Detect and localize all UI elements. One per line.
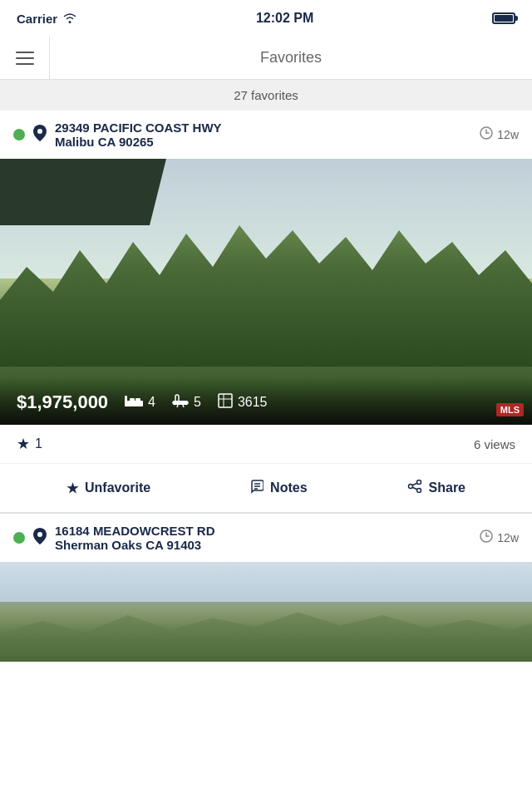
unfavorite-label: Unfavorite bbox=[85, 480, 150, 495]
listing-2-time-text: 12w bbox=[497, 531, 519, 544]
listing-2-pin-icon bbox=[33, 528, 47, 549]
svg-point-21 bbox=[37, 532, 42, 537]
status-left: Carrier bbox=[17, 12, 77, 26]
sqft-icon bbox=[218, 393, 233, 412]
baths-detail: 5 bbox=[172, 394, 201, 411]
property-overlay: $1,975,000 4 bbox=[0, 378, 532, 425]
notes-icon bbox=[250, 479, 264, 497]
svg-line-9 bbox=[183, 405, 184, 407]
listing-time-text: 12w bbox=[497, 128, 519, 141]
listing-2-address: 16184 MEADOWCREST RD Sherman Oaks CA 914… bbox=[55, 524, 471, 552]
star-number: 1 bbox=[35, 436, 42, 451]
svg-rect-10 bbox=[219, 394, 232, 407]
stats-row: ★ 1 6 views bbox=[0, 425, 532, 464]
svg-rect-6 bbox=[130, 398, 135, 402]
status-bar: Carrier 12:02 PM bbox=[0, 0, 532, 37]
hamburger-line-2 bbox=[16, 57, 34, 59]
roof-overhang bbox=[0, 159, 166, 225]
unfavorite-button[interactable]: ★ Unfavorite bbox=[60, 477, 157, 500]
nav-title: Favorites bbox=[50, 49, 532, 66]
listing-street: 29349 PACIFIC COAST HWY bbox=[55, 121, 471, 135]
pin-icon bbox=[33, 125, 47, 145]
listing-2-street: 16184 MEADOWCREST RD bbox=[55, 524, 471, 538]
notes-label: Notes bbox=[270, 480, 307, 495]
battery-icon bbox=[492, 12, 515, 24]
svg-point-18 bbox=[408, 485, 412, 489]
listing-time: 12w bbox=[480, 126, 519, 143]
listing-header[interactable]: 29349 PACIFIC COAST HWY Malibu CA 90265 … bbox=[0, 111, 532, 159]
listing-item: 29349 PACIFIC COAST HWY Malibu CA 90265 … bbox=[0, 111, 532, 513]
listing-address: 29349 PACIFIC COAST HWY Malibu CA 90265 bbox=[55, 121, 471, 149]
property-price: $1,975,000 bbox=[17, 392, 108, 413]
favorites-count-bar: 27 favorites bbox=[0, 80, 532, 111]
sqft-detail: 3615 bbox=[218, 393, 268, 412]
beds-detail: 4 bbox=[125, 394, 155, 411]
action-row: ★ Unfavorite Notes bbox=[0, 464, 532, 512]
star-count: ★ 1 bbox=[17, 435, 42, 453]
listing-2-city: Sherman Oaks CA 91403 bbox=[55, 538, 471, 552]
carrier-text: Carrier bbox=[17, 12, 57, 26]
listing-city: Malibu CA 90265 bbox=[55, 135, 471, 149]
svg-point-0 bbox=[37, 129, 42, 134]
views-text: 6 views bbox=[474, 437, 515, 451]
listing-2-sky bbox=[0, 562, 532, 602]
mls-badge: MLS bbox=[496, 403, 524, 416]
notes-button[interactable]: Notes bbox=[244, 475, 313, 500]
listing-item-2: 16184 MEADOWCREST RD Sherman Oaks CA 914… bbox=[0, 513, 532, 662]
listing-2-header[interactable]: 16184 MEADOWCREST RD Sherman Oaks CA 914… bbox=[0, 514, 532, 562]
hamburger-line-3 bbox=[16, 63, 34, 65]
active-status-dot bbox=[13, 129, 25, 140]
property-image[interactable]: $1,975,000 4 bbox=[0, 159, 532, 425]
unfavorite-icon: ★ bbox=[66, 480, 78, 496]
bed-icon bbox=[125, 394, 143, 411]
sqft-count: 3615 bbox=[238, 395, 268, 410]
svg-rect-5 bbox=[125, 396, 127, 406]
share-label: Share bbox=[429, 480, 466, 495]
listing-2-trees bbox=[0, 603, 532, 662]
share-button[interactable]: Share bbox=[401, 476, 472, 500]
svg-point-17 bbox=[416, 489, 421, 493]
share-icon bbox=[407, 480, 422, 496]
listing-2-image[interactable] bbox=[0, 562, 532, 662]
clock-icon bbox=[480, 126, 493, 143]
hamburger-button[interactable] bbox=[0, 37, 50, 80]
baths-count: 5 bbox=[194, 395, 201, 410]
star-icon: ★ bbox=[17, 435, 30, 453]
status-time: 12:02 PM bbox=[256, 11, 313, 26]
hamburger-line-1 bbox=[16, 52, 34, 53]
listing-2-clock-icon bbox=[480, 530, 493, 546]
svg-line-8 bbox=[177, 405, 178, 407]
beds-count: 4 bbox=[148, 395, 155, 410]
bath-icon bbox=[172, 394, 189, 411]
wifi-icon bbox=[62, 12, 77, 26]
svg-line-19 bbox=[412, 483, 416, 485]
listing-2-status-dot bbox=[13, 532, 25, 544]
svg-line-20 bbox=[412, 487, 416, 490]
favorites-count: 27 favorites bbox=[234, 88, 298, 102]
nav-bar: Favorites bbox=[0, 37, 532, 80]
status-right bbox=[492, 12, 515, 24]
svg-rect-7 bbox=[135, 398, 140, 402]
listing-2-time: 12w bbox=[480, 530, 519, 546]
svg-point-16 bbox=[416, 480, 421, 485]
